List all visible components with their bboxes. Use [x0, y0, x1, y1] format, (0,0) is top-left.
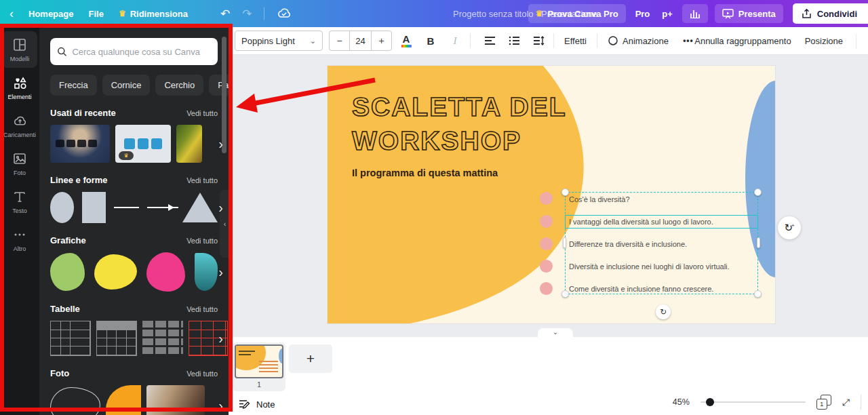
resize-handle-e[interactable] — [757, 237, 760, 248]
pro-badge[interactable]: Pro — [633, 4, 653, 23]
selected-text-group[interactable]: Cos'è la diversità? I vantaggi della div… — [565, 192, 758, 294]
graphic-blob-pink[interactable] — [146, 252, 185, 292]
resize-handle-ne[interactable] — [754, 189, 762, 196]
try-pro-button[interactable]: ♛ Prova Canva Pro — [528, 4, 626, 23]
share-button[interactable]: Condividi — [793, 3, 868, 24]
animation-button[interactable]: Animazione — [602, 31, 674, 51]
slide-title[interactable]: SCALETTA DEL WORKSHOP — [352, 90, 576, 158]
bullet-item-5[interactable]: Come diversità e inclusione fanno cresce… — [569, 283, 713, 295]
shape-arrow[interactable] — [147, 203, 174, 212]
add-page-button[interactable]: + — [289, 344, 332, 373]
shape-triangle[interactable] — [182, 193, 218, 222]
shape-circle[interactable] — [50, 192, 74, 223]
font-family-select[interactable]: Poppins Light ⌄ — [235, 31, 323, 51]
file-menu[interactable]: File — [88, 9, 103, 19]
slide-subtitle[interactable]: Il programma di questa mattina — [352, 167, 498, 178]
pink-dot[interactable] — [540, 215, 553, 228]
resize-handle-w[interactable] — [563, 237, 566, 248]
sidebar-item-text[interactable]: Testo — [2, 183, 37, 220]
text-color-letter: A — [403, 34, 410, 44]
chevron-right-icon[interactable]: › — [218, 264, 223, 280]
zoom-slider-knob[interactable] — [706, 398, 714, 406]
resize-handle-se[interactable] — [754, 290, 762, 298]
see-all-tables[interactable]: Vedi tutto — [186, 305, 218, 313]
chevron-right-icon[interactable]: › — [218, 200, 223, 216]
chevron-right-icon[interactable]: › — [218, 136, 223, 152]
sidebar-item-templates[interactable]: Modelli — [2, 31, 37, 68]
photo-room[interactable] — [146, 385, 205, 415]
chip-freccia[interactable]: Freccia — [50, 75, 97, 96]
pink-dot[interactable] — [540, 282, 553, 295]
chevron-right-icon[interactable]: › — [218, 331, 223, 347]
grid-view-button[interactable]: 1 — [816, 395, 831, 410]
font-size-increase-button[interactable]: + — [372, 31, 391, 50]
see-all-photos[interactable]: Vedi tutto — [186, 370, 218, 378]
bullet-item-3[interactable]: Differenze tra diversità e inclusione. — [569, 238, 687, 250]
photo-outline-shape[interactable] — [50, 387, 100, 415]
sidebar-item-more[interactable]: Altro — [2, 221, 37, 258]
text-color-button[interactable]: A — [396, 31, 416, 51]
redo-icon[interactable]: ↷ — [242, 7, 252, 21]
sidebar-item-label: Elementi — [7, 94, 31, 100]
see-all-recent[interactable]: Vedi tutto — [186, 109, 218, 117]
regenerate-button[interactable]: ↻+ — [778, 216, 801, 239]
chevron-right-icon[interactable]: › — [218, 398, 223, 414]
sidebar-item-elements[interactable]: Elementi — [2, 69, 37, 106]
graphic-blob-yellow[interactable] — [94, 254, 137, 290]
resize-handle-nw[interactable] — [561, 189, 569, 196]
line-spacing-button[interactable] — [528, 31, 549, 51]
recent-image-businessman[interactable] — [50, 125, 110, 163]
search-input[interactable] — [72, 47, 211, 57]
resize-handle-sw[interactable] — [561, 290, 569, 298]
effects-button[interactable]: Effetti — [559, 31, 592, 51]
graphic-blob-green[interactable] — [50, 253, 85, 291]
font-size-decrease-button[interactable]: − — [330, 31, 349, 50]
sidebar-item-photos[interactable]: Foto — [2, 145, 37, 182]
italic-button[interactable]: I — [445, 31, 465, 51]
sidebar-item-uploads[interactable]: Caricamenti — [2, 107, 37, 144]
pink-dot[interactable] — [540, 192, 553, 205]
back-icon[interactable]: ‹ — [9, 7, 14, 21]
insights-button[interactable] — [682, 4, 708, 23]
page-thumbnail-1[interactable] — [235, 344, 283, 378]
bullet-item-2[interactable]: I vantaggi della diversità sul luogo di … — [569, 216, 713, 228]
top-bar: ‹ Homepage File ♛ Ridimensiona ↶ ↷ Proge… — [0, 0, 868, 27]
bullet-item-1[interactable]: Cos'è la diversità? — [569, 193, 630, 205]
pplus-badge[interactable]: p+ — [659, 4, 675, 23]
photo-orange-shape[interactable] — [106, 385, 141, 415]
shape-line[interactable] — [114, 207, 139, 208]
ungroup-button[interactable]: Annulla raggruppamento — [689, 31, 796, 52]
present-button[interactable]: Presenta — [715, 4, 783, 23]
undo-icon[interactable]: ↶ — [220, 7, 230, 21]
pink-dot[interactable] — [540, 237, 553, 250]
pink-dot[interactable] — [540, 260, 553, 273]
homepage-link[interactable]: Homepage — [28, 9, 73, 19]
recent-image-couple[interactable] — [176, 125, 202, 163]
table-filled[interactable] — [142, 321, 183, 356]
text-align-button[interactable] — [479, 31, 500, 51]
resize-menu[interactable]: ♛ Ridimensiona — [119, 9, 188, 19]
table-plain[interactable] — [50, 321, 91, 356]
notes-button[interactable]: Note — [239, 399, 275, 410]
canvas-area[interactable]: SCALETTA DEL WORKSHOP Il programma di qu… — [229, 55, 868, 337]
zoom-slider[interactable] — [701, 401, 806, 403]
bullet-list-button[interactable] — [504, 31, 524, 51]
search-box[interactable] — [50, 38, 218, 65]
see-all-lines[interactable]: Vedi tutto — [186, 176, 218, 184]
fullscreen-icon[interactable]: ⤢ — [842, 397, 850, 408]
chip-cornice[interactable]: Cornice — [102, 75, 151, 96]
slide-page[interactable]: SCALETTA DEL WORKSHOP Il programma di qu… — [328, 66, 775, 323]
editor-area: Poppins Light ⌄ − 24 + A B I — [229, 27, 868, 415]
font-size-value[interactable]: 24 — [349, 31, 372, 50]
see-all-graphics[interactable]: Vedi tutto — [186, 237, 218, 245]
collapse-filmstrip-tab[interactable]: ⌄ — [538, 328, 573, 338]
shape-square[interactable] — [82, 192, 106, 223]
chip-cerchio[interactable]: Cerchio — [155, 75, 203, 96]
bold-button[interactable]: B — [420, 31, 441, 51]
table-with-header[interactable] — [96, 321, 137, 356]
graphic-blob-teal[interactable] — [195, 253, 218, 291]
position-button[interactable]: Posizione — [800, 31, 848, 52]
bullet-item-4[interactable]: Diversità e inclusione nei luoghi di lav… — [569, 260, 730, 273]
rotate-handle[interactable]: ↻ — [656, 304, 671, 319]
recent-image-keyboard[interactable]: ♛ — [115, 125, 171, 163]
